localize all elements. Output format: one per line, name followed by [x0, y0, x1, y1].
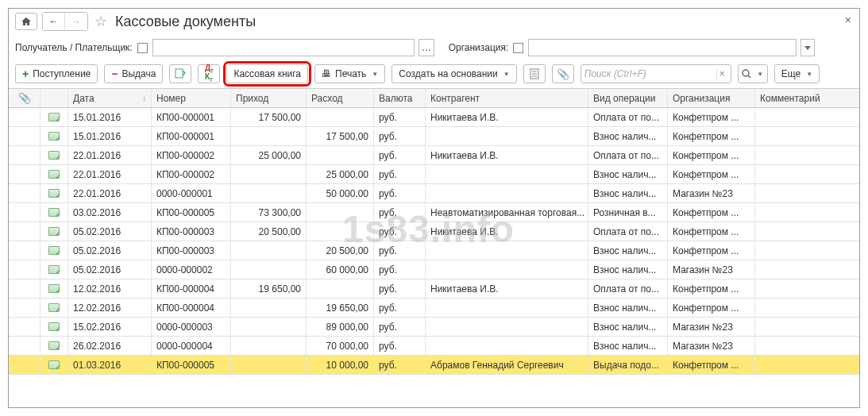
- cell-currency: руб.: [374, 299, 426, 317]
- col-org[interactable]: Организация: [668, 89, 755, 107]
- expense-button[interactable]: − Выдача: [104, 64, 163, 83]
- cell-number: 0000-000001: [152, 184, 231, 202]
- attach-button[interactable]: 📎: [552, 64, 574, 83]
- cell-currency: руб.: [374, 184, 426, 202]
- cell-date: 05.02.2016: [68, 260, 152, 279]
- document-icon: [48, 132, 60, 141]
- table-row[interactable]: 03.02.2016КП00-00000573 300,00руб.Неавто…: [9, 203, 859, 222]
- cell-org: Магазин №23: [668, 318, 755, 336]
- cell-number: 0000-000002: [152, 260, 231, 279]
- create-based-button[interactable]: Создать на основании ▼: [392, 64, 516, 83]
- cell-income: 17 500,00: [231, 108, 307, 126]
- cell-comment: [755, 165, 839, 183]
- grid-body: 15.01.2016КП00-00000117 500,00руб.Никита…: [9, 108, 859, 375]
- col-mark[interactable]: 📎: [9, 89, 41, 107]
- cell-operation: Оплата от по...: [588, 108, 668, 126]
- home-button[interactable]: [15, 13, 37, 30]
- cell-agent: Никитаева И.В.: [426, 279, 588, 298]
- col-icon[interactable]: [41, 89, 68, 107]
- search-button[interactable]: ▼: [738, 64, 768, 83]
- cell-income: [231, 260, 307, 279]
- cell-org: Конфетпром ...: [668, 241, 755, 260]
- cell-operation: Взнос налич...: [588, 184, 668, 202]
- dk-button[interactable]: ДтКт: [198, 64, 220, 83]
- cell-expense: [307, 279, 374, 298]
- col-currency[interactable]: Валюта: [374, 89, 426, 107]
- table-row[interactable]: 05.02.2016КП00-00000320 500,00руб.Взнос …: [9, 241, 859, 260]
- cell-number: КП00-000005: [152, 356, 231, 374]
- payer-checkbox[interactable]: [137, 43, 148, 53]
- cell-comment: [755, 241, 839, 260]
- paperclip-icon: 📎: [557, 68, 569, 80]
- cell-expense: 20 500,00: [307, 241, 374, 260]
- back-button[interactable]: ←: [43, 13, 65, 30]
- org-label: Организация:: [449, 42, 509, 53]
- cell-number: КП00-000002: [152, 146, 231, 164]
- search-clear-icon[interactable]: ×: [716, 68, 727, 79]
- cell-expense: [307, 146, 374, 164]
- cell-org: Конфетпром ...: [668, 203, 755, 221]
- payer-picker-button[interactable]: …: [419, 39, 434, 56]
- income-button[interactable]: + Поступление: [15, 64, 98, 83]
- cell-org: Конфетпром ...: [668, 299, 755, 317]
- table-row[interactable]: 22.01.20160000-00000150 000,00руб.Взнос …: [9, 184, 859, 203]
- col-expense[interactable]: Расход: [307, 89, 374, 107]
- col-date[interactable]: Дата↓: [68, 89, 152, 107]
- document-icon: [48, 265, 60, 274]
- cell-currency: руб.: [374, 127, 426, 145]
- cell-org: Конфетпром ...: [668, 222, 755, 241]
- table-row[interactable]: 22.01.2016КП00-00000225 000,00руб.Никита…: [9, 146, 859, 165]
- cell-operation: Взнос налич...: [588, 260, 668, 279]
- col-comment[interactable]: Комментарий: [755, 89, 839, 107]
- cell-number: 0000-000003: [152, 318, 231, 336]
- table-row[interactable]: 15.01.2016КП00-00000117 500,00руб.Никита…: [9, 108, 859, 127]
- org-input[interactable]: [528, 39, 797, 56]
- page-title: Кассовые документы: [115, 13, 256, 30]
- printer-icon: 🖶: [322, 68, 331, 79]
- cell-comment: [755, 279, 839, 298]
- org-dropdown-button[interactable]: [800, 39, 815, 56]
- main-window: × ← → ☆ Кассовые документы Получатель / …: [8, 8, 860, 408]
- org-checkbox[interactable]: [513, 43, 523, 53]
- table-row[interactable]: 12.02.2016КП00-00000419 650,00руб.Взнос …: [9, 299, 859, 318]
- col-agent[interactable]: Контрагент: [426, 89, 588, 107]
- table-row[interactable]: 15.02.20160000-00000389 000,00руб.Взнос …: [9, 318, 859, 337]
- cell-expense: 17 500,00: [307, 127, 374, 145]
- table-row[interactable]: 26.02.20160000-00000470 000,00руб.Взнос …: [9, 337, 859, 356]
- cash-book-button[interactable]: Кассовая книга: [226, 64, 308, 83]
- cell-currency: руб.: [374, 279, 426, 298]
- dk-icon: ДтКт: [205, 65, 214, 83]
- list-refresh-button[interactable]: [169, 64, 191, 83]
- nav-group: ← →: [42, 12, 88, 31]
- cell-currency: руб.: [374, 108, 426, 126]
- cell-income: [231, 356, 307, 374]
- col-number[interactable]: Номер: [152, 89, 231, 107]
- col-income[interactable]: Приход: [231, 89, 307, 107]
- cell-org: Магазин №23: [668, 337, 755, 355]
- cell-org: Конфетпром ...: [668, 127, 755, 145]
- cell-agent: [426, 299, 588, 317]
- col-operation[interactable]: Вид операции: [588, 89, 668, 107]
- table-row[interactable]: 05.02.20160000-00000260 000,00руб.Взнос …: [9, 260, 859, 279]
- forward-button[interactable]: →: [65, 13, 87, 30]
- star-icon[interactable]: ☆: [95, 13, 107, 30]
- cell-operation: Выдача подо...: [588, 356, 668, 374]
- table-row[interactable]: 12.02.2016КП00-00000419 650,00руб.Никита…: [9, 279, 859, 299]
- cell-comment: [755, 108, 839, 126]
- print-button[interactable]: 🖶 Печать ▼: [314, 64, 385, 83]
- table-row[interactable]: 05.02.2016КП00-00000320 500,00руб.Никита…: [9, 222, 859, 241]
- cell-agent: [426, 184, 588, 202]
- payer-input[interactable]: [152, 39, 415, 56]
- document-icon: [48, 246, 60, 255]
- search-input[interactable]: Поиск (Ctrl+F) ×: [581, 64, 731, 83]
- cell-income: [231, 241, 307, 260]
- table-row[interactable]: 22.01.2016КП00-00000225 000,00руб.Взнос …: [9, 165, 859, 184]
- cell-comment: [755, 318, 839, 336]
- close-icon[interactable]: ×: [845, 13, 851, 26]
- cell-org: Конфетпром ...: [668, 356, 755, 374]
- cell-currency: руб.: [374, 203, 426, 221]
- table-row[interactable]: 01.03.2016КП00-00000510 000,00руб.Абрамо…: [9, 356, 859, 375]
- table-row[interactable]: 15.01.2016КП00-00000117 500,00руб.Взнос …: [9, 127, 859, 146]
- more-button[interactable]: Еще ▼: [774, 64, 820, 83]
- report-button[interactable]: [523, 64, 546, 83]
